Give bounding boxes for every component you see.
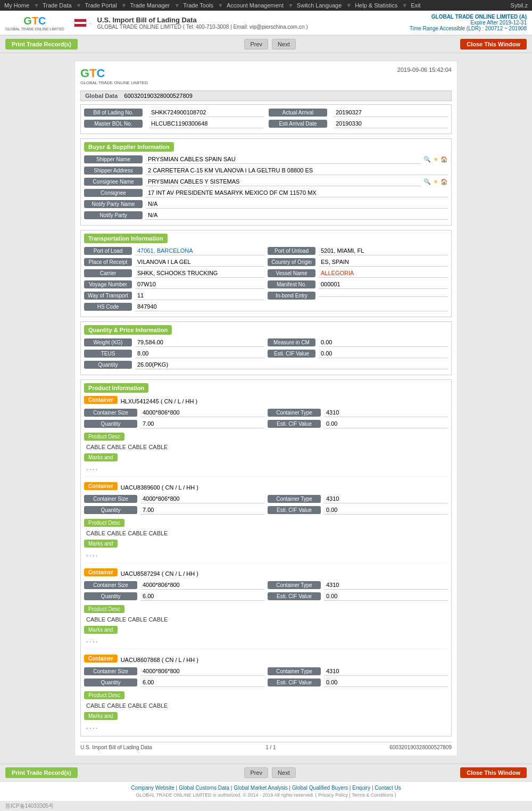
print-button-top[interactable]: Print Trade Record(s) xyxy=(5,39,78,49)
shipper-home-icon[interactable]: 🏠 xyxy=(440,156,448,163)
global-data-label: Global Data xyxy=(85,93,118,99)
global-data-row: Global Data 600320190328000527809 xyxy=(80,90,452,101)
buyer-supplier-header: Buyer & Supplier Information xyxy=(84,142,174,152)
close-button-top[interactable]: Close This Window xyxy=(460,39,527,49)
container-size-row-1: Container Size 4000*806*800 Container Ty… xyxy=(84,494,448,503)
nav-switchlang[interactable]: Switch Language xyxy=(297,2,342,9)
product-desc-label-2: Product Desc xyxy=(84,605,124,613)
consignee-star-icon[interactable]: ★ xyxy=(433,178,438,185)
nav-myhome[interactable]: My Home xyxy=(4,2,29,9)
container-size-value-2: 4000*806*800 xyxy=(140,581,264,590)
container-type-col-0: Container Type 4310 xyxy=(268,408,448,417)
voyage-col: Voyage Number 07W10 xyxy=(84,280,264,289)
header-info: GLOBAL TRADE ONLINE LIMITED (A) Expire A… xyxy=(410,14,527,31)
footer-links: Company Website | Global Customs Data | … xyxy=(5,785,527,791)
product-item-2: Container UACU8587294 ( CN / L / HH ) Co… xyxy=(84,568,448,649)
transportation-header: Transportation Information xyxy=(84,234,168,243)
container-size-col-3: Container Size 4000*806*800 xyxy=(84,667,264,676)
consignee-name-value: PRYSMIAN CABLES Y SISTEMAS xyxy=(146,177,420,186)
measure-value: 0.00 xyxy=(319,338,448,347)
vessel-name-value: ALLEGORIA xyxy=(319,269,448,278)
quantity-value: 26.00(PKG) xyxy=(135,360,448,369)
manifest-col: Manifest No. 000001 xyxy=(268,280,448,289)
product-qty-col-3: Quantity 6.00 xyxy=(84,678,264,687)
nav-helpstats[interactable]: Help & Statistics xyxy=(355,2,397,9)
product-cif-col-2: Esti. CIF Value 0.00 xyxy=(268,592,448,601)
consignee-home-icon[interactable]: 🏠 xyxy=(440,178,448,185)
product-qty-label-3: Quantity xyxy=(84,678,137,686)
port-of-load-label: Port of Load xyxy=(84,247,132,255)
carrier-label: Carrier xyxy=(84,269,132,277)
way-of-transport-label: Way of Transport xyxy=(84,292,132,300)
product-qty-value-3: 6.00 xyxy=(140,678,264,687)
bol-row: Bill of Lading No. SHKK724900108702 Actu… xyxy=(84,108,448,117)
footer-link-buyers[interactable]: Global Qualified Buyers xyxy=(292,785,348,791)
product-qty-row-1: Quantity 7.00 Esti. CIF Value 0.00 xyxy=(84,506,448,515)
container-type-label-0: Container Type xyxy=(268,409,321,417)
container-type-value-1: 4310 xyxy=(324,494,448,503)
qty-row2: TEUS 8.00 Esti. CIF Value 0.00 xyxy=(84,349,448,358)
footer-link-contact[interactable]: Contact Us xyxy=(375,785,401,791)
nav-trademanager[interactable]: Trade Manager xyxy=(130,2,170,9)
transport-row4: Voyage Number 07W10 Manifest No. 000001 xyxy=(84,280,448,289)
nav-accountmgmt[interactable]: Account Management xyxy=(227,2,284,9)
prev-button-top[interactable]: Prev xyxy=(244,39,268,49)
product-desc-text-2: CABLE CABLE CABLE CABLE xyxy=(84,615,448,624)
flag-icon xyxy=(74,19,87,27)
nav-tradeportal[interactable]: Trade Portal xyxy=(85,2,117,9)
quantity-label: Quantity xyxy=(84,361,132,369)
page-header: GTC GLOBAL TRADE ONLINE LIMITED - U.S. I… xyxy=(0,11,532,36)
qty-row3: Quantity 26.00(PKG) xyxy=(84,360,448,369)
consignee-search-icon[interactable]: 🔍 xyxy=(423,178,431,185)
esti-cif-label: Esti. CIF Value xyxy=(268,350,315,358)
teus-label: TEUS xyxy=(84,350,132,358)
port-of-unload-value: 5201, MIAMI, FL xyxy=(319,246,448,255)
container-value-0: HLXU5412445 ( CN / L / HH ) xyxy=(121,398,197,404)
shipper-star-icon[interactable]: ★ xyxy=(433,156,438,163)
nav-exit[interactable]: Exit xyxy=(411,2,420,9)
container-type-label-3: Container Type xyxy=(268,667,321,675)
doc-header: GTC GLOBAL TRADE ONLINE LIMITED 2019-09-… xyxy=(80,67,452,85)
master-bol-value: HLCUBC1190300648 xyxy=(149,119,263,128)
next-button-bottom[interactable]: Next xyxy=(272,767,296,778)
nav-tradedata[interactable]: Trade Data xyxy=(43,2,72,9)
footer-link-customs[interactable]: Global Customs Data xyxy=(179,785,229,791)
footer-link-enquiry[interactable]: Enquiry xyxy=(352,785,370,791)
place-of-receipt-label: Place of Receipt xyxy=(84,258,132,266)
shipper-address-label: Shipper Address xyxy=(84,167,143,175)
container-size-col-1: Container Size 4000*806*800 xyxy=(84,494,264,503)
way-of-transport-value: 11 xyxy=(135,291,264,300)
product-desc-text-3: CABLE CABLE CABLE CABLE xyxy=(84,701,448,710)
product-cif-value-3: 0.00 xyxy=(324,678,448,687)
notify-party-name-row: Notify Party Name N/A xyxy=(84,200,448,209)
doc-footer-left: U.S. Import Bill of Lading Data xyxy=(80,744,152,750)
vessel-name-label: Vessel Name xyxy=(268,269,315,277)
close-button-bottom[interactable]: Close This Window xyxy=(460,767,527,778)
container-type-col-1: Container Type 4310 xyxy=(268,494,448,503)
nav-tradetools[interactable]: Trade Tools xyxy=(183,2,213,9)
in-bond-entry-col: In-bond Entry xyxy=(268,291,448,300)
footer-link-market[interactable]: Global Market Analysis xyxy=(234,785,288,791)
esti-arrival-label: Esti Arrival Date xyxy=(269,120,327,128)
product-cif-label-1: Esti. CIF Value xyxy=(268,506,321,514)
prev-button-bottom[interactable]: Prev xyxy=(244,767,268,778)
shipper-address-value: 2 CARRETERA C-15 KM VILANOVA I LA GELTRU… xyxy=(146,166,448,175)
weight-col: Weight (KG) 79,584.00 xyxy=(84,338,264,347)
container-type-value-2: 4310 xyxy=(324,581,448,590)
container-size-row-2: Container Size 4000*806*800 Container Ty… xyxy=(84,581,448,590)
buyer-supplier-section: Buyer & Supplier Information Shipper Nam… xyxy=(80,138,452,226)
footer-link-company[interactable]: Company Website xyxy=(131,785,174,791)
global-data-value: 600320190328000527809 xyxy=(124,93,192,99)
container-type-col-3: Container Type 4310 xyxy=(268,667,448,676)
page-footer: Company Website | Global Customs Data | … xyxy=(0,781,532,801)
esti-arrival-value: 20190330 xyxy=(334,119,448,128)
product-qty-row-3: Quantity 6.00 Esti. CIF Value 0.00 xyxy=(84,678,448,687)
doc-footer-right: 600320190328000527809 xyxy=(389,744,452,750)
print-button-bottom[interactable]: Print Trade Record(s) xyxy=(5,767,78,778)
esti-cif-col: Esti. CIF Value 0.00 xyxy=(268,349,448,358)
container-size-label-1: Container Size xyxy=(84,495,137,503)
shipper-search-icon[interactable]: 🔍 xyxy=(423,156,431,163)
measure-label: Measure in CM xyxy=(268,338,315,346)
container-size-value-3: 4000*806*800 xyxy=(140,667,264,676)
next-button-top[interactable]: Next xyxy=(272,39,296,49)
